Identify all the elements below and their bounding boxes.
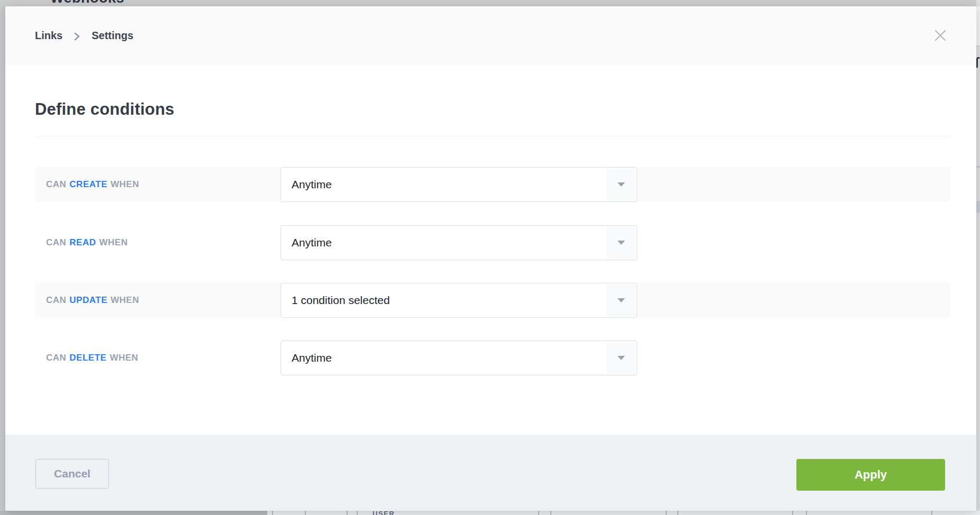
background-right-sliver [976, 0, 980, 515]
page-title: Define conditions [35, 99, 174, 119]
condition-label-update: CAN UPDATE WHEN [46, 283, 139, 318]
app-background: { "background": { "top_app_text": "Webho… [0, 0, 980, 515]
background-top-strip: Webhooks [0, 0, 980, 6]
background-right-light [976, 6, 980, 45]
label-suffix: WHEN [110, 353, 138, 363]
close-icon [934, 29, 947, 42]
background-right-divider [976, 45, 980, 47]
dropdown-arrow-zone [606, 342, 636, 374]
settings-modal: Links Settings Define conditions CAN CRE… [5, 6, 976, 511]
table-column-border [347, 511, 348, 515]
modal-header: Links Settings [5, 6, 976, 65]
background-table-gutter [0, 511, 267, 515]
table-column-border [272, 511, 273, 515]
cancel-button[interactable]: Cancel [35, 459, 109, 489]
label-action: DELETE [69, 353, 106, 363]
close-button[interactable] [932, 27, 949, 44]
title-divider [35, 136, 950, 136]
table-column-border [666, 511, 667, 515]
dropdown-selected-value: 1 condition selected [292, 283, 390, 317]
dropdown-arrow-zone [606, 284, 636, 317]
chevron-down-icon [618, 298, 625, 302]
background-right-mark [976, 166, 980, 168]
background-right-text-fragment [976, 57, 979, 68]
table-column-border [550, 511, 551, 515]
background-table-fragment: USER [0, 511, 980, 515]
table-column-border [931, 511, 932, 515]
chevron-down-icon [618, 182, 625, 187]
label-prefix: CAN [46, 237, 66, 248]
dropdown-selected-value: Anytime [292, 341, 332, 375]
chevron-right-icon [74, 31, 80, 42]
label-prefix: CAN [46, 353, 66, 363]
condition-row-delete: CAN DELETE WHEN Anytime [35, 341, 950, 375]
label-suffix: WHEN [111, 295, 139, 306]
chevron-down-icon [618, 356, 625, 360]
dropdown-arrow-zone [606, 226, 636, 259]
label-suffix: WHEN [111, 179, 139, 190]
table-column-border [538, 511, 539, 515]
apply-button[interactable]: Apply [796, 459, 945, 491]
breadcrumb: Links Settings [35, 6, 133, 65]
table-column-border [357, 511, 358, 515]
read-when-dropdown[interactable]: Anytime [280, 225, 637, 260]
condition-label-create: CAN CREATE WHEN [46, 167, 139, 202]
background-table-header-user: USER [373, 511, 395, 515]
label-action: READ [69, 237, 96, 248]
breadcrumb-item-links[interactable]: Links [35, 30, 62, 42]
label-action: UPDATE [69, 295, 107, 306]
background-right-scroll-fragment [976, 201, 980, 213]
label-prefix: CAN [46, 295, 66, 306]
update-when-dropdown[interactable]: 1 condition selected [280, 283, 637, 318]
label-suffix: WHEN [99, 237, 128, 248]
create-when-dropdown[interactable]: Anytime [280, 167, 637, 202]
dropdown-selected-value: Anytime [292, 168, 332, 201]
table-column-border [677, 511, 678, 515]
delete-when-dropdown[interactable]: Anytime [280, 341, 637, 375]
background-app-title: Webhooks [50, 0, 124, 6]
table-column-border [792, 511, 793, 515]
dropdown-selected-value: Anytime [292, 226, 332, 260]
condition-row-update: CAN UPDATE WHEN 1 condition selected [35, 283, 950, 318]
label-action: CREATE [69, 179, 107, 190]
table-column-border [305, 511, 306, 515]
breadcrumb-item-settings: Settings [92, 30, 133, 42]
condition-row-create: CAN CREATE WHEN Anytime [35, 167, 950, 202]
table-column-border [806, 511, 807, 515]
condition-label-read: CAN READ WHEN [46, 225, 128, 260]
label-prefix: CAN [46, 179, 66, 190]
condition-row-read: CAN READ WHEN Anytime [35, 225, 950, 260]
dropdown-arrow-zone [606, 168, 636, 201]
modal-footer: Cancel Apply [5, 435, 976, 511]
condition-label-delete: CAN DELETE WHEN [46, 341, 138, 375]
chevron-down-icon [618, 241, 625, 245]
